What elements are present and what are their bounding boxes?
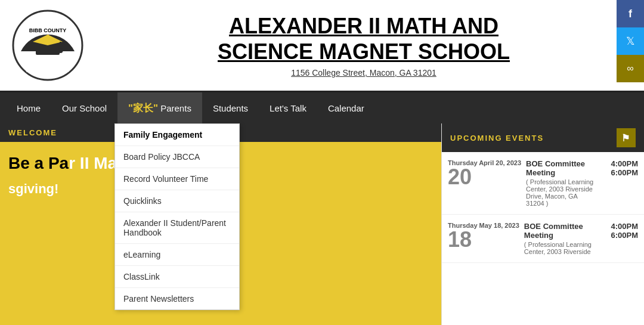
dropdown-board-policy[interactable]: Board Policy JBCCA	[115, 146, 239, 168]
events-title: UPCOMING EVENTS	[450, 134, 544, 143]
event-item-1: Thursday April 20, 2023 20 BOE Committee…	[442, 152, 644, 215]
event-item-2: Thursday May 18, 2023 18 BOE Committee M…	[442, 215, 644, 263]
event-date-block-2: Thursday May 18, 2023 18	[448, 222, 519, 250]
events-panel: UPCOMING EVENTS ⚑ Thursday April 20, 202…	[441, 123, 644, 325]
event-day-1: 20	[448, 166, 472, 188]
dropdown-classlink[interactable]: ClassLink	[115, 266, 239, 288]
event-time-start-1: 4:00PM	[596, 159, 638, 168]
school-logo: BIBB COUNTY SCHOOL DISTRICT	[12, 10, 83, 81]
event-time-end-1: 6:00PM	[596, 168, 638, 177]
main-navbar: Home Our School "家长" Parents Students Le…	[0, 92, 644, 123]
event-time-end-2: 6:00PM	[596, 231, 638, 240]
event-title-2: BOE Committee Meeting	[524, 222, 596, 240]
parents-dropdown: Family Engagement Board Policy JBCCA Rec…	[114, 123, 240, 310]
dropdown-elearning[interactable]: eLearning	[115, 244, 239, 266]
dropdown-newsletters[interactable]: Parent Newsletters	[115, 288, 239, 309]
flag-icon: ⚑	[621, 132, 631, 144]
event-time-1: 4:00PM 6:00PM	[596, 159, 638, 177]
events-header: UPCOMING EVENTS ⚑	[442, 123, 644, 152]
nav-lets-talk[interactable]: Let's Talk	[259, 92, 317, 123]
svg-text:SCHOOL DISTRICT: SCHOOL DISTRICT	[26, 68, 69, 73]
school-title-area: ALEXANDER II MATH AND SCIENCE MAGNET SCH…	[95, 13, 632, 78]
nav-students[interactable]: Students	[202, 92, 259, 123]
welcome-headline-text: Be a Pa	[8, 154, 69, 172]
nav-parents[interactable]: "家长" Parents	[117, 92, 202, 123]
facebook-button[interactable]: f	[617, 0, 644, 27]
nav-home[interactable]: Home	[6, 92, 51, 123]
nav-parents-chinese: "家长"	[128, 101, 158, 115]
nav-our-school[interactable]: Our School	[51, 92, 117, 123]
svg-point-6	[58, 48, 63, 53]
page-header: BIBB COUNTY SCHOOL DISTRICT ALEXANDER II…	[0, 0, 644, 92]
nav-lets-talk-label: Let's Talk	[270, 103, 306, 113]
dropdown-family-engagement[interactable]: Family Engagement	[115, 124, 239, 146]
event-location-2: ( Professional Learning Center, 2003 Riv…	[524, 241, 596, 255]
svg-text:BIBB COUNTY: BIBB COUNTY	[29, 27, 67, 33]
event-details-1: BOE Committee Meeting ( Professional Lea…	[526, 159, 596, 207]
nav-home-label: Home	[17, 103, 41, 113]
social-sidebar: f 𝕏 ∞	[617, 0, 644, 82]
dropdown-record-volunteer[interactable]: Record Volunteer Time	[115, 168, 239, 190]
twitter-icon: 𝕏	[626, 35, 635, 48]
content-area: WELCOME Be a Par II Magnet School sgivin…	[0, 123, 644, 325]
event-day-2: 18	[448, 229, 472, 250]
nav-calendar-label: Calendar	[328, 103, 364, 113]
dropdown-handbook[interactable]: Alexander II Student/Parent Handbook	[115, 212, 239, 244]
event-time-2: 4:00PM 6:00PM	[596, 222, 638, 240]
event-title-1: BOE Committee Meeting	[526, 159, 596, 177]
event-date-block-1: Thursday April 20, 2023 20	[448, 159, 521, 188]
nav-students-label: Students	[213, 103, 248, 113]
school-address: 1156 College Street, Macon, GA 31201	[95, 68, 632, 78]
twitter-button[interactable]: 𝕏	[617, 27, 644, 55]
nav-items: Home Our School "家长" Parents Students Le…	[6, 92, 375, 123]
logo-area: BIBB COUNTY SCHOOL DISTRICT	[12, 10, 83, 81]
link-button[interactable]: ∞	[617, 55, 644, 82]
nav-parents-label: Parents	[160, 103, 191, 113]
event-details-2: BOE Committee Meeting ( Professional Lea…	[524, 222, 596, 255]
event-time-start-2: 4:00PM	[596, 222, 638, 231]
school-name-line2: SCIENCE MAGNET SCHOOL	[218, 39, 510, 64]
dropdown-quicklinks[interactable]: Quicklinks	[115, 190, 239, 212]
school-name: ALEXANDER II MATH AND SCIENCE MAGNET SCH…	[95, 13, 632, 64]
event-location-1: ( Professional Learning Center, 2003 Riv…	[526, 178, 596, 207]
welcome-title: WELCOME	[8, 128, 57, 137]
nav-calendar[interactable]: Calendar	[317, 92, 375, 123]
events-flag[interactable]: ⚑	[617, 128, 636, 147]
nav-our-school-label: Our School	[62, 103, 107, 113]
school-name-line1: ALEXANDER II MATH AND	[229, 14, 499, 38]
chain-icon: ∞	[627, 63, 633, 74]
facebook-icon: f	[628, 8, 632, 20]
